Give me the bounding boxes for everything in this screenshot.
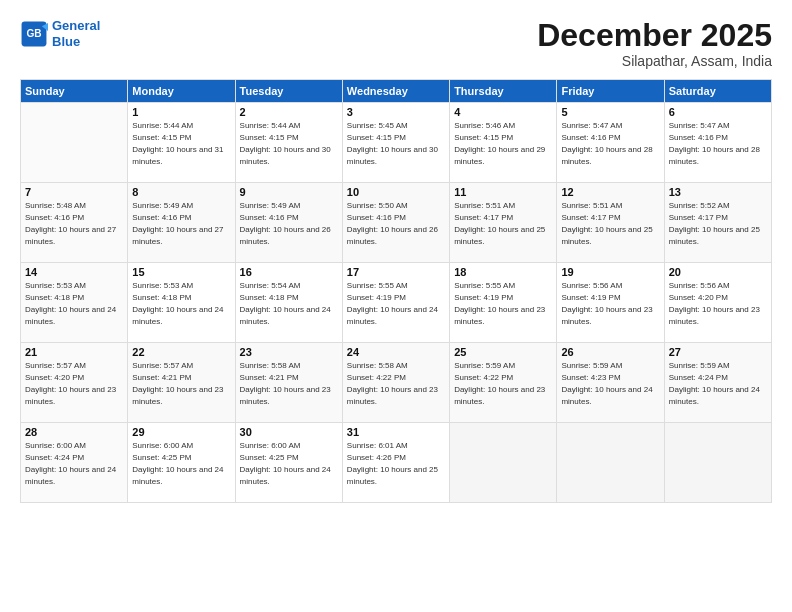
- calendar-cell: 16Sunrise: 5:54 AMSunset: 4:18 PMDayligh…: [235, 263, 342, 343]
- day-info: Sunrise: 5:47 AMSunset: 4:16 PMDaylight:…: [669, 120, 767, 168]
- calendar-cell: 27Sunrise: 5:59 AMSunset: 4:24 PMDayligh…: [664, 343, 771, 423]
- day-number: 2: [240, 106, 338, 118]
- day-number: 4: [454, 106, 552, 118]
- day-number: 14: [25, 266, 123, 278]
- day-info: Sunrise: 5:53 AMSunset: 4:18 PMDaylight:…: [25, 280, 123, 328]
- day-number: 28: [25, 426, 123, 438]
- logo: GB General Blue: [20, 18, 100, 49]
- day-number: 22: [132, 346, 230, 358]
- calendar-cell: 23Sunrise: 5:58 AMSunset: 4:21 PMDayligh…: [235, 343, 342, 423]
- day-info: Sunrise: 5:58 AMSunset: 4:21 PMDaylight:…: [240, 360, 338, 408]
- day-info: Sunrise: 5:59 AMSunset: 4:22 PMDaylight:…: [454, 360, 552, 408]
- day-number: 1: [132, 106, 230, 118]
- day-info: Sunrise: 5:46 AMSunset: 4:15 PMDaylight:…: [454, 120, 552, 168]
- calendar-cell: 5Sunrise: 5:47 AMSunset: 4:16 PMDaylight…: [557, 103, 664, 183]
- day-number: 16: [240, 266, 338, 278]
- day-info: Sunrise: 6:00 AMSunset: 4:25 PMDaylight:…: [132, 440, 230, 488]
- calendar-cell: 17Sunrise: 5:55 AMSunset: 4:19 PMDayligh…: [342, 263, 449, 343]
- day-number: 26: [561, 346, 659, 358]
- day-number: 24: [347, 346, 445, 358]
- calendar-cell: 9Sunrise: 5:49 AMSunset: 4:16 PMDaylight…: [235, 183, 342, 263]
- calendar-cell: 30Sunrise: 6:00 AMSunset: 4:25 PMDayligh…: [235, 423, 342, 503]
- day-info: Sunrise: 5:57 AMSunset: 4:21 PMDaylight:…: [132, 360, 230, 408]
- calendar-cell: 20Sunrise: 5:56 AMSunset: 4:20 PMDayligh…: [664, 263, 771, 343]
- day-info: Sunrise: 5:57 AMSunset: 4:20 PMDaylight:…: [25, 360, 123, 408]
- day-number: 21: [25, 346, 123, 358]
- day-number: 12: [561, 186, 659, 198]
- day-info: Sunrise: 5:55 AMSunset: 4:19 PMDaylight:…: [347, 280, 445, 328]
- day-info: Sunrise: 5:45 AMSunset: 4:15 PMDaylight:…: [347, 120, 445, 168]
- day-info: Sunrise: 6:01 AMSunset: 4:26 PMDaylight:…: [347, 440, 445, 488]
- calendar-cell: 29Sunrise: 6:00 AMSunset: 4:25 PMDayligh…: [128, 423, 235, 503]
- calendar-cell: 6Sunrise: 5:47 AMSunset: 4:16 PMDaylight…: [664, 103, 771, 183]
- day-info: Sunrise: 5:59 AMSunset: 4:24 PMDaylight:…: [669, 360, 767, 408]
- logo-text: General Blue: [52, 18, 100, 49]
- calendar-cell: 18Sunrise: 5:55 AMSunset: 4:19 PMDayligh…: [450, 263, 557, 343]
- month-title: December 2025: [537, 18, 772, 53]
- day-info: Sunrise: 5:44 AMSunset: 4:15 PMDaylight:…: [132, 120, 230, 168]
- calendar-cell: 10Sunrise: 5:50 AMSunset: 4:16 PMDayligh…: [342, 183, 449, 263]
- day-info: Sunrise: 5:56 AMSunset: 4:20 PMDaylight:…: [669, 280, 767, 328]
- col-header-saturday: Saturday: [664, 80, 771, 103]
- day-number: 13: [669, 186, 767, 198]
- calendar-cell: 12Sunrise: 5:51 AMSunset: 4:17 PMDayligh…: [557, 183, 664, 263]
- calendar-table: SundayMondayTuesdayWednesdayThursdayFrid…: [20, 79, 772, 503]
- day-number: 3: [347, 106, 445, 118]
- day-number: 6: [669, 106, 767, 118]
- day-info: Sunrise: 5:47 AMSunset: 4:16 PMDaylight:…: [561, 120, 659, 168]
- day-number: 23: [240, 346, 338, 358]
- calendar-cell: 2Sunrise: 5:44 AMSunset: 4:15 PMDaylight…: [235, 103, 342, 183]
- calendar-cell: 26Sunrise: 5:59 AMSunset: 4:23 PMDayligh…: [557, 343, 664, 423]
- calendar-cell: 31Sunrise: 6:01 AMSunset: 4:26 PMDayligh…: [342, 423, 449, 503]
- calendar-cell: 8Sunrise: 5:49 AMSunset: 4:16 PMDaylight…: [128, 183, 235, 263]
- calendar-cell: [664, 423, 771, 503]
- day-number: 29: [132, 426, 230, 438]
- day-info: Sunrise: 5:49 AMSunset: 4:16 PMDaylight:…: [132, 200, 230, 248]
- day-info: Sunrise: 5:53 AMSunset: 4:18 PMDaylight:…: [132, 280, 230, 328]
- calendar-cell: 24Sunrise: 5:58 AMSunset: 4:22 PMDayligh…: [342, 343, 449, 423]
- day-info: Sunrise: 5:51 AMSunset: 4:17 PMDaylight:…: [454, 200, 552, 248]
- calendar-week-row: 7Sunrise: 5:48 AMSunset: 4:16 PMDaylight…: [21, 183, 772, 263]
- title-block: December 2025 Silapathar, Assam, India: [537, 18, 772, 69]
- day-number: 31: [347, 426, 445, 438]
- day-info: Sunrise: 5:50 AMSunset: 4:16 PMDaylight:…: [347, 200, 445, 248]
- calendar-week-row: 14Sunrise: 5:53 AMSunset: 4:18 PMDayligh…: [21, 263, 772, 343]
- day-info: Sunrise: 6:00 AMSunset: 4:24 PMDaylight:…: [25, 440, 123, 488]
- day-number: 25: [454, 346, 552, 358]
- logo-icon: GB: [20, 20, 48, 48]
- day-info: Sunrise: 5:58 AMSunset: 4:22 PMDaylight:…: [347, 360, 445, 408]
- col-header-tuesday: Tuesday: [235, 80, 342, 103]
- col-header-sunday: Sunday: [21, 80, 128, 103]
- day-number: 8: [132, 186, 230, 198]
- calendar-cell: 28Sunrise: 6:00 AMSunset: 4:24 PMDayligh…: [21, 423, 128, 503]
- day-info: Sunrise: 5:49 AMSunset: 4:16 PMDaylight:…: [240, 200, 338, 248]
- day-number: 7: [25, 186, 123, 198]
- day-number: 10: [347, 186, 445, 198]
- calendar-cell: 19Sunrise: 5:56 AMSunset: 4:19 PMDayligh…: [557, 263, 664, 343]
- calendar-cell: 15Sunrise: 5:53 AMSunset: 4:18 PMDayligh…: [128, 263, 235, 343]
- day-info: Sunrise: 5:59 AMSunset: 4:23 PMDaylight:…: [561, 360, 659, 408]
- calendar-cell: 7Sunrise: 5:48 AMSunset: 4:16 PMDaylight…: [21, 183, 128, 263]
- day-number: 27: [669, 346, 767, 358]
- col-header-thursday: Thursday: [450, 80, 557, 103]
- calendar-cell: 21Sunrise: 5:57 AMSunset: 4:20 PMDayligh…: [21, 343, 128, 423]
- day-number: 18: [454, 266, 552, 278]
- calendar-cell: 3Sunrise: 5:45 AMSunset: 4:15 PMDaylight…: [342, 103, 449, 183]
- day-number: 11: [454, 186, 552, 198]
- day-number: 17: [347, 266, 445, 278]
- day-number: 30: [240, 426, 338, 438]
- location-subtitle: Silapathar, Assam, India: [537, 53, 772, 69]
- calendar-cell: 25Sunrise: 5:59 AMSunset: 4:22 PMDayligh…: [450, 343, 557, 423]
- col-header-wednesday: Wednesday: [342, 80, 449, 103]
- calendar-header-row: SundayMondayTuesdayWednesdayThursdayFrid…: [21, 80, 772, 103]
- day-info: Sunrise: 5:52 AMSunset: 4:17 PMDaylight:…: [669, 200, 767, 248]
- day-info: Sunrise: 5:55 AMSunset: 4:19 PMDaylight:…: [454, 280, 552, 328]
- calendar-page: GB General Blue December 2025 Silapathar…: [0, 0, 792, 612]
- calendar-cell: [557, 423, 664, 503]
- day-number: 9: [240, 186, 338, 198]
- calendar-week-row: 21Sunrise: 5:57 AMSunset: 4:20 PMDayligh…: [21, 343, 772, 423]
- day-number: 15: [132, 266, 230, 278]
- calendar-week-row: 1Sunrise: 5:44 AMSunset: 4:15 PMDaylight…: [21, 103, 772, 183]
- calendar-cell: [450, 423, 557, 503]
- day-info: Sunrise: 6:00 AMSunset: 4:25 PMDaylight:…: [240, 440, 338, 488]
